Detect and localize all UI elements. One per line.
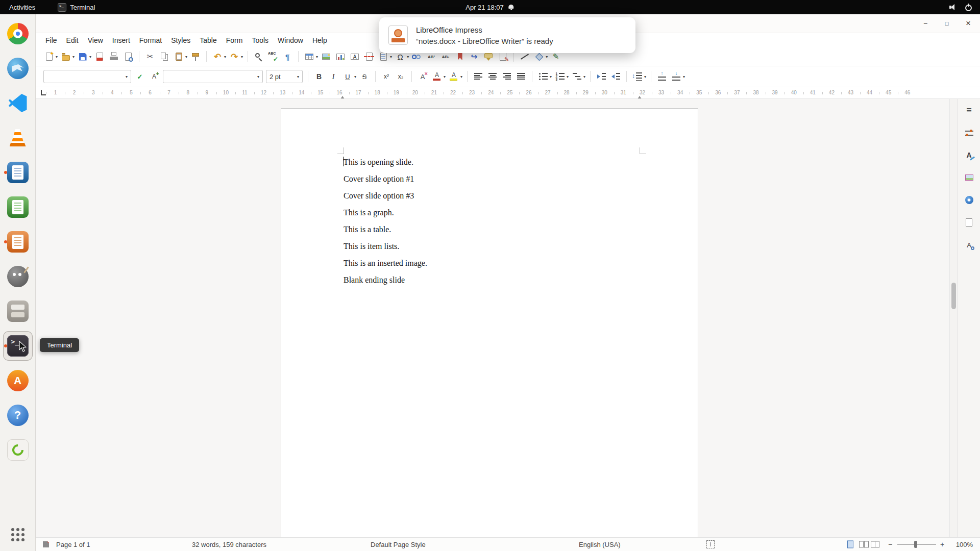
formatting-marks-button[interactable] <box>281 50 294 63</box>
book-view-icon[interactable] <box>871 541 879 548</box>
outline-list-button[interactable]: ▾ <box>570 70 586 83</box>
selection-mode-icon[interactable] <box>706 540 715 548</box>
paragraph[interactable]: This is an inserted image. <box>344 255 640 271</box>
maximize-button[interactable] <box>941 18 952 29</box>
chevron-down-icon[interactable]: ▾ <box>316 55 318 59</box>
menu-view[interactable]: View <box>83 35 108 46</box>
paragraph-space-increase-button[interactable] <box>655 70 669 83</box>
sidebar-sidebar-settings-button[interactable] <box>961 102 977 118</box>
font-color-button[interactable]: ▾ <box>430 70 446 83</box>
dock-item-software-updater[interactable] <box>4 436 32 464</box>
chevron-down-icon[interactable]: ▾ <box>241 55 243 59</box>
document-page[interactable]: This is opening slide.Cover slide option… <box>281 108 698 537</box>
menu-insert[interactable]: Insert <box>108 35 135 46</box>
dock-item-vlc[interactable] <box>4 123 32 152</box>
insert-textbox-button[interactable] <box>348 50 361 63</box>
open-button[interactable]: ▾ <box>59 50 75 63</box>
align-center-button[interactable] <box>486 70 499 83</box>
dock-item-chrome[interactable] <box>4 19 32 48</box>
chevron-down-icon[interactable]: ▾ <box>56 55 58 59</box>
vertical-scrollbar[interactable] <box>949 99 958 537</box>
subscript-button[interactable] <box>394 70 407 83</box>
dock-item-thunderbird[interactable] <box>4 54 32 83</box>
align-right-button[interactable] <box>500 70 513 83</box>
chevron-down-icon[interactable]: ▾ <box>354 74 356 79</box>
zoom-slider[interactable] <box>897 544 936 545</box>
paragraph[interactable]: Blank ending slide <box>344 271 640 288</box>
underline-button[interactable]: ▾ <box>341 70 357 83</box>
close-button[interactable] <box>963 18 974 29</box>
justify-button[interactable] <box>514 70 528 83</box>
clock-area[interactable]: Apr 21 18:07 <box>465 4 514 11</box>
paragraph[interactable]: This is a graph. <box>344 204 640 221</box>
dock-item-help[interactable] <box>4 401 32 430</box>
chevron-down-icon[interactable]: ▾ <box>89 55 91 59</box>
increase-indent-button[interactable] <box>595 70 608 83</box>
dock-item-ubuntu-software[interactable] <box>4 366 32 395</box>
print-button[interactable] <box>107 50 120 63</box>
menu-tools[interactable]: Tools <box>247 35 273 46</box>
activities-button[interactable]: Activities <box>0 0 44 14</box>
sidebar-style-inspector-button[interactable] <box>961 237 977 253</box>
dock-item-libreoffice-calc[interactable] <box>4 193 32 221</box>
save-button[interactable]: ▾ <box>76 50 92 63</box>
paragraph-space-decrease-button[interactable]: ▾ <box>670 70 685 83</box>
print-preview-button[interactable] <box>121 50 135 63</box>
page-break-button[interactable] <box>362 50 376 63</box>
document-modified-icon[interactable] <box>43 541 49 547</box>
multi-page-view-icon[interactable] <box>859 541 864 548</box>
chevron-down-icon[interactable]: ▾ <box>297 74 299 79</box>
dock-item-files[interactable] <box>4 297 32 325</box>
chevron-down-icon[interactable]: ▾ <box>546 55 548 59</box>
dock-item-libreoffice-impress[interactable] <box>4 228 32 256</box>
paragraph[interactable]: This is item lists. <box>344 238 640 255</box>
scrollbar-thumb[interactable] <box>951 283 956 309</box>
chevron-down-icon[interactable]: ▾ <box>126 74 128 79</box>
chevron-down-icon[interactable]: ▾ <box>390 55 392 59</box>
export-pdf-button[interactable] <box>93 50 106 63</box>
chevron-down-icon[interactable]: ▾ <box>407 55 409 59</box>
zoom-out-button[interactable] <box>887 540 893 548</box>
chevron-down-icon[interactable]: ▾ <box>644 74 646 79</box>
page-style-status[interactable]: Default Page Style <box>371 541 426 548</box>
paragraph[interactable]: Cover slide option #1 <box>344 170 640 187</box>
paste-button[interactable]: ▾ <box>172 50 188 63</box>
font-size-combo[interactable]: 2 pt▾ <box>266 70 303 83</box>
menu-file[interactable]: File <box>41 35 62 46</box>
insert-chart-button[interactable] <box>334 50 347 63</box>
chevron-down-icon[interactable]: ▾ <box>72 55 75 59</box>
italic-button[interactable] <box>327 70 340 83</box>
paragraph[interactable]: Cover slide option #3 <box>344 187 640 204</box>
menu-table[interactable]: Table <box>195 35 221 46</box>
strikethrough-button[interactable] <box>358 70 371 83</box>
chevron-down-icon[interactable]: ▾ <box>460 74 462 79</box>
dock-item-vscode[interactable] <box>4 89 32 117</box>
update-style-button[interactable] <box>133 70 146 83</box>
zoom-slider-thumb[interactable] <box>914 541 917 548</box>
superscript-button[interactable] <box>380 70 393 83</box>
paragraph[interactable]: This is opening slide. <box>344 154 640 170</box>
dock-item-gimp[interactable] <box>4 262 32 291</box>
copy-button[interactable] <box>158 50 171 63</box>
menu-edit[interactable]: Edit <box>62 35 83 46</box>
sidebar-styles-button[interactable] <box>961 147 977 163</box>
document-area[interactable]: This is opening slide.Cover slide option… <box>36 99 949 537</box>
bullet-list-button[interactable]: ▾ <box>536 70 552 83</box>
chevron-down-icon[interactable]: ▾ <box>583 74 585 79</box>
volume-icon[interactable] <box>949 4 957 11</box>
language-status[interactable]: English (USA) <box>579 541 621 548</box>
chevron-down-icon[interactable]: ▾ <box>683 74 685 79</box>
right-indent-marker[interactable] <box>638 94 642 99</box>
align-left-button[interactable] <box>472 70 485 83</box>
ruler[interactable]: 1234567891011121314151617181920212223242… <box>36 87 980 99</box>
zoom-level[interactable]: 100% <box>956 541 973 548</box>
insert-image-button[interactable] <box>320 50 333 63</box>
dock-item-libreoffice-writer[interactable] <box>4 158 32 187</box>
chevron-down-icon[interactable]: ▾ <box>224 55 226 59</box>
chevron-down-icon[interactable]: ▾ <box>185 55 187 59</box>
chevron-down-icon[interactable]: ▾ <box>257 74 259 79</box>
sidebar-page-button[interactable] <box>961 214 977 231</box>
single-page-view-icon[interactable] <box>847 541 853 548</box>
sidebar-properties-button[interactable] <box>961 124 977 141</box>
decrease-indent-button[interactable] <box>609 70 622 83</box>
